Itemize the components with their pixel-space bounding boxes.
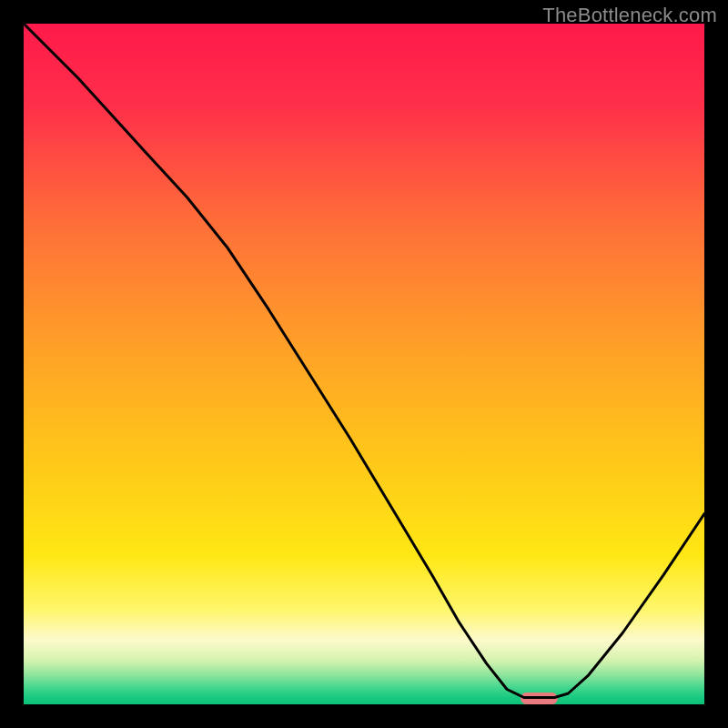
chart-frame: TheBottleneck.com [0, 0, 728, 728]
plot-area [24, 24, 704, 704]
bottleneck-curve [24, 24, 704, 704]
watermark-text: TheBottleneck.com [542, 4, 717, 27]
